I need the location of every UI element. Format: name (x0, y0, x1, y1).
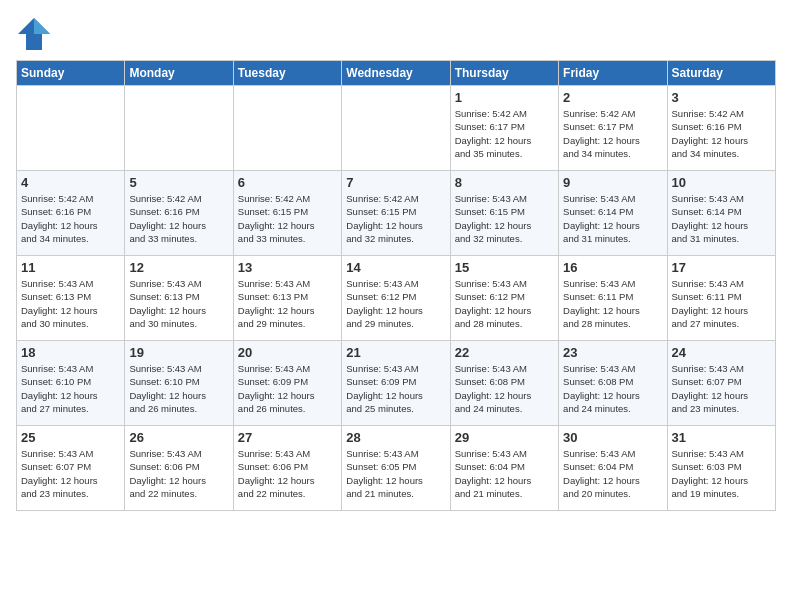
day-number: 29 (455, 430, 554, 445)
day-number: 21 (346, 345, 445, 360)
calendar-cell: 17Sunrise: 5:43 AM Sunset: 6:11 PM Dayli… (667, 256, 775, 341)
day-info: Sunrise: 5:43 AM Sunset: 6:08 PM Dayligh… (563, 362, 662, 415)
calendar-cell: 6Sunrise: 5:42 AM Sunset: 6:15 PM Daylig… (233, 171, 341, 256)
calendar-cell: 21Sunrise: 5:43 AM Sunset: 6:09 PM Dayli… (342, 341, 450, 426)
day-info: Sunrise: 5:42 AM Sunset: 6:16 PM Dayligh… (672, 107, 771, 160)
day-info: Sunrise: 5:43 AM Sunset: 6:10 PM Dayligh… (21, 362, 120, 415)
calendar-cell: 8Sunrise: 5:43 AM Sunset: 6:15 PM Daylig… (450, 171, 558, 256)
calendar-cell: 20Sunrise: 5:43 AM Sunset: 6:09 PM Dayli… (233, 341, 341, 426)
day-number: 6 (238, 175, 337, 190)
weekday-header-saturday: Saturday (667, 61, 775, 86)
day-info: Sunrise: 5:43 AM Sunset: 6:12 PM Dayligh… (346, 277, 445, 330)
calendar-cell: 25Sunrise: 5:43 AM Sunset: 6:07 PM Dayli… (17, 426, 125, 511)
day-info: Sunrise: 5:42 AM Sunset: 6:17 PM Dayligh… (455, 107, 554, 160)
day-info: Sunrise: 5:43 AM Sunset: 6:08 PM Dayligh… (455, 362, 554, 415)
calendar-cell: 19Sunrise: 5:43 AM Sunset: 6:10 PM Dayli… (125, 341, 233, 426)
day-number: 11 (21, 260, 120, 275)
day-info: Sunrise: 5:43 AM Sunset: 6:12 PM Dayligh… (455, 277, 554, 330)
day-info: Sunrise: 5:42 AM Sunset: 6:16 PM Dayligh… (21, 192, 120, 245)
day-info: Sunrise: 5:43 AM Sunset: 6:10 PM Dayligh… (129, 362, 228, 415)
page-header (16, 16, 776, 52)
day-number: 8 (455, 175, 554, 190)
svg-marker-1 (34, 18, 50, 34)
calendar-cell: 9Sunrise: 5:43 AM Sunset: 6:14 PM Daylig… (559, 171, 667, 256)
calendar-cell: 30Sunrise: 5:43 AM Sunset: 6:04 PM Dayli… (559, 426, 667, 511)
weekday-header-friday: Friday (559, 61, 667, 86)
day-number: 27 (238, 430, 337, 445)
calendar-cell: 10Sunrise: 5:43 AM Sunset: 6:14 PM Dayli… (667, 171, 775, 256)
calendar-cell: 7Sunrise: 5:42 AM Sunset: 6:15 PM Daylig… (342, 171, 450, 256)
day-number: 5 (129, 175, 228, 190)
day-number: 14 (346, 260, 445, 275)
week-row-5: 25Sunrise: 5:43 AM Sunset: 6:07 PM Dayli… (17, 426, 776, 511)
day-number: 22 (455, 345, 554, 360)
logo-icon (16, 16, 52, 52)
calendar-cell: 28Sunrise: 5:43 AM Sunset: 6:05 PM Dayli… (342, 426, 450, 511)
calendar-cell: 27Sunrise: 5:43 AM Sunset: 6:06 PM Dayli… (233, 426, 341, 511)
calendar-cell: 26Sunrise: 5:43 AM Sunset: 6:06 PM Dayli… (125, 426, 233, 511)
day-number: 31 (672, 430, 771, 445)
day-number: 2 (563, 90, 662, 105)
day-info: Sunrise: 5:43 AM Sunset: 6:11 PM Dayligh… (563, 277, 662, 330)
day-number: 26 (129, 430, 228, 445)
calendar-cell: 2Sunrise: 5:42 AM Sunset: 6:17 PM Daylig… (559, 86, 667, 171)
day-number: 28 (346, 430, 445, 445)
calendar-cell (233, 86, 341, 171)
day-info: Sunrise: 5:43 AM Sunset: 6:11 PM Dayligh… (672, 277, 771, 330)
day-number: 30 (563, 430, 662, 445)
week-row-2: 4Sunrise: 5:42 AM Sunset: 6:16 PM Daylig… (17, 171, 776, 256)
day-info: Sunrise: 5:43 AM Sunset: 6:09 PM Dayligh… (238, 362, 337, 415)
day-number: 18 (21, 345, 120, 360)
logo (16, 16, 56, 52)
day-number: 15 (455, 260, 554, 275)
day-number: 17 (672, 260, 771, 275)
day-number: 16 (563, 260, 662, 275)
day-number: 19 (129, 345, 228, 360)
day-info: Sunrise: 5:42 AM Sunset: 6:17 PM Dayligh… (563, 107, 662, 160)
day-number: 23 (563, 345, 662, 360)
day-info: Sunrise: 5:43 AM Sunset: 6:15 PM Dayligh… (455, 192, 554, 245)
week-row-1: 1Sunrise: 5:42 AM Sunset: 6:17 PM Daylig… (17, 86, 776, 171)
day-number: 24 (672, 345, 771, 360)
weekday-header-tuesday: Tuesday (233, 61, 341, 86)
calendar-cell: 16Sunrise: 5:43 AM Sunset: 6:11 PM Dayli… (559, 256, 667, 341)
day-number: 1 (455, 90, 554, 105)
day-info: Sunrise: 5:43 AM Sunset: 6:03 PM Dayligh… (672, 447, 771, 500)
day-info: Sunrise: 5:43 AM Sunset: 6:14 PM Dayligh… (672, 192, 771, 245)
day-info: Sunrise: 5:43 AM Sunset: 6:06 PM Dayligh… (129, 447, 228, 500)
calendar-cell: 5Sunrise: 5:42 AM Sunset: 6:16 PM Daylig… (125, 171, 233, 256)
day-info: Sunrise: 5:43 AM Sunset: 6:13 PM Dayligh… (21, 277, 120, 330)
calendar-cell: 15Sunrise: 5:43 AM Sunset: 6:12 PM Dayli… (450, 256, 558, 341)
day-info: Sunrise: 5:42 AM Sunset: 6:15 PM Dayligh… (346, 192, 445, 245)
calendar-cell: 11Sunrise: 5:43 AM Sunset: 6:13 PM Dayli… (17, 256, 125, 341)
calendar-body: 1Sunrise: 5:42 AM Sunset: 6:17 PM Daylig… (17, 86, 776, 511)
day-number: 9 (563, 175, 662, 190)
calendar-cell (342, 86, 450, 171)
day-number: 10 (672, 175, 771, 190)
day-number: 4 (21, 175, 120, 190)
day-info: Sunrise: 5:43 AM Sunset: 6:13 PM Dayligh… (129, 277, 228, 330)
day-info: Sunrise: 5:43 AM Sunset: 6:07 PM Dayligh… (21, 447, 120, 500)
calendar-cell: 23Sunrise: 5:43 AM Sunset: 6:08 PM Dayli… (559, 341, 667, 426)
calendar-cell: 1Sunrise: 5:42 AM Sunset: 6:17 PM Daylig… (450, 86, 558, 171)
calendar-cell: 31Sunrise: 5:43 AM Sunset: 6:03 PM Dayli… (667, 426, 775, 511)
weekday-header-monday: Monday (125, 61, 233, 86)
day-number: 20 (238, 345, 337, 360)
calendar-table: SundayMondayTuesdayWednesdayThursdayFrid… (16, 60, 776, 511)
calendar-cell: 12Sunrise: 5:43 AM Sunset: 6:13 PM Dayli… (125, 256, 233, 341)
day-number: 7 (346, 175, 445, 190)
calendar-cell: 22Sunrise: 5:43 AM Sunset: 6:08 PM Dayli… (450, 341, 558, 426)
weekday-header-row: SundayMondayTuesdayWednesdayThursdayFrid… (17, 61, 776, 86)
day-info: Sunrise: 5:42 AM Sunset: 6:15 PM Dayligh… (238, 192, 337, 245)
day-info: Sunrise: 5:43 AM Sunset: 6:07 PM Dayligh… (672, 362, 771, 415)
day-number: 25 (21, 430, 120, 445)
weekday-header-thursday: Thursday (450, 61, 558, 86)
weekday-header-wednesday: Wednesday (342, 61, 450, 86)
day-info: Sunrise: 5:43 AM Sunset: 6:14 PM Dayligh… (563, 192, 662, 245)
calendar-cell: 24Sunrise: 5:43 AM Sunset: 6:07 PM Dayli… (667, 341, 775, 426)
calendar-cell: 29Sunrise: 5:43 AM Sunset: 6:04 PM Dayli… (450, 426, 558, 511)
day-number: 13 (238, 260, 337, 275)
day-info: Sunrise: 5:42 AM Sunset: 6:16 PM Dayligh… (129, 192, 228, 245)
calendar-cell: 13Sunrise: 5:43 AM Sunset: 6:13 PM Dayli… (233, 256, 341, 341)
calendar-cell: 4Sunrise: 5:42 AM Sunset: 6:16 PM Daylig… (17, 171, 125, 256)
